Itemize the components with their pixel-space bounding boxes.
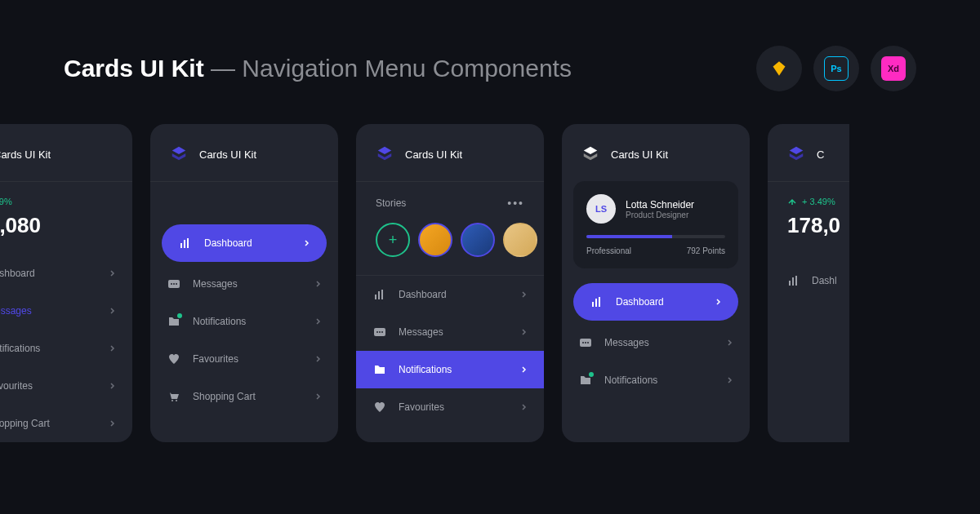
chevron-right-icon — [315, 393, 322, 400]
story-avatar[interactable] — [461, 223, 495, 257]
chevron-right-icon — [109, 308, 116, 314]
menu-dashboard[interactable]: Dashboard — [0, 255, 132, 292]
menu-shopping[interactable]: Shopping Cart — [0, 405, 132, 442]
stories-row: + — [356, 223, 544, 275]
brand-name: Cards UI Kit — [405, 148, 462, 161]
adobexd-icon: Xd — [871, 46, 916, 91]
brand-name: Cards UI Kit — [199, 148, 256, 161]
menu-favourites[interactable]: Favourites — [150, 340, 338, 378]
nav-card-profile: Cards UI Kit LSLotta SchneiderProduct De… — [562, 124, 750, 442]
menu-favourites[interactable]: Favourites — [356, 388, 544, 426]
photoshop-icon: Ps — [813, 46, 859, 91]
logo-icon — [376, 145, 394, 163]
menu-notifications-active[interactable]: Notifications — [356, 351, 544, 388]
chevron-right-icon — [109, 270, 116, 277]
story-avatar[interactable] — [503, 223, 537, 257]
profile-card: LSLotta SchneiderProduct Designer Profes… — [573, 181, 738, 268]
chevron-right-icon — [109, 345, 116, 352]
chevron-right-icon — [521, 291, 528, 298]
app-badges: Ps Xd — [756, 46, 916, 91]
cards-row: Kit derigner 792 Points Cards UI Kit + 3… — [0, 124, 980, 442]
stat-delta: + 3.49% — [0, 197, 113, 206]
story-avatar[interactable] — [418, 223, 452, 257]
profile-level: Professional — [586, 246, 631, 255]
profile-role: Product Designer — [626, 210, 694, 219]
menu-dashboard-active[interactable]: Dashboard — [162, 224, 327, 262]
message-icon — [167, 277, 181, 291]
folder-icon — [578, 373, 593, 388]
menu-dashboard-active[interactable]: Dashboard — [573, 283, 738, 321]
menu-favourites[interactable]: Favourites — [0, 367, 132, 405]
chevron-right-icon — [109, 420, 116, 427]
brand-name: Cards UI Kit — [0, 148, 51, 161]
folder-icon — [167, 314, 181, 329]
folder-icon — [372, 362, 387, 377]
menu-messages[interactable]: Messages — [356, 313, 544, 351]
menu-notifications[interactable]: Notifications — [562, 361, 750, 399]
chevron-right-icon — [315, 281, 322, 287]
chart-icon — [178, 236, 193, 250]
logo-icon — [170, 145, 188, 163]
chevron-right-icon — [715, 299, 722, 305]
menu-shopping[interactable]: Shopping Cart — [150, 378, 338, 415]
chevron-right-icon — [109, 383, 116, 389]
stat-block: + 3.49% 178,080 — [0, 197, 132, 255]
logo-icon — [787, 145, 805, 163]
menu-messages[interactable]: Messages — [150, 265, 338, 303]
notification-dot-icon — [589, 372, 594, 377]
brand-name: Cards UI Kit — [611, 148, 668, 161]
chevron-right-icon — [727, 377, 733, 383]
chevron-right-icon — [315, 318, 322, 325]
cart-icon — [167, 389, 181, 404]
menu-notifications[interactable]: Notifications — [150, 303, 338, 340]
heart-icon — [372, 400, 387, 414]
sketch-icon — [756, 46, 802, 91]
card-partial-right: C + 3.49% 178,0 Dashl — [768, 124, 849, 442]
menu-dashboard[interactable]: Dashboard — [356, 276, 544, 313]
chart-icon — [372, 287, 387, 302]
nav-card-pill: Cards UI Kit Dashboard Messages Notifica… — [150, 124, 338, 442]
chevron-right-icon — [521, 366, 528, 373]
profile-points: 792 Points — [687, 246, 725, 255]
chart-icon — [590, 295, 604, 309]
chevron-right-icon — [315, 356, 322, 362]
profile-name: Lotta Schneider — [626, 199, 694, 210]
chevron-right-icon — [727, 339, 733, 346]
heart-icon — [167, 352, 181, 366]
menu-messages[interactable]: Messages — [0, 292, 132, 330]
menu-notifications[interactable]: Notifications — [0, 330, 132, 367]
chevron-right-icon — [521, 404, 528, 410]
notification-dot-icon — [177, 313, 182, 318]
chevron-right-icon — [304, 240, 310, 246]
more-icon[interactable]: ••• — [507, 197, 524, 210]
hero-header: Cards UI Kit — Navigation Menu Component… — [0, 0, 980, 124]
message-icon — [372, 325, 387, 339]
nav-card-stories: Cards UI Kit Stories••• + Dashboard Mess… — [356, 124, 544, 442]
stat-value: 178,080 — [0, 213, 113, 238]
stories-label: Stories — [376, 197, 406, 209]
logo-icon — [581, 145, 599, 163]
nav-card-stat: Cards UI Kit + 3.49% 178,080 Dashboard M… — [0, 124, 132, 442]
page-title: Cards UI Kit — Navigation Menu Component… — [64, 55, 572, 82]
chevron-right-icon — [521, 329, 528, 335]
avatar[interactable]: LS — [586, 194, 616, 224]
message-icon — [578, 335, 593, 350]
progress-bar — [586, 235, 725, 238]
menu-messages[interactable]: Messages — [562, 324, 750, 361]
add-story-button[interactable]: + — [376, 223, 410, 257]
